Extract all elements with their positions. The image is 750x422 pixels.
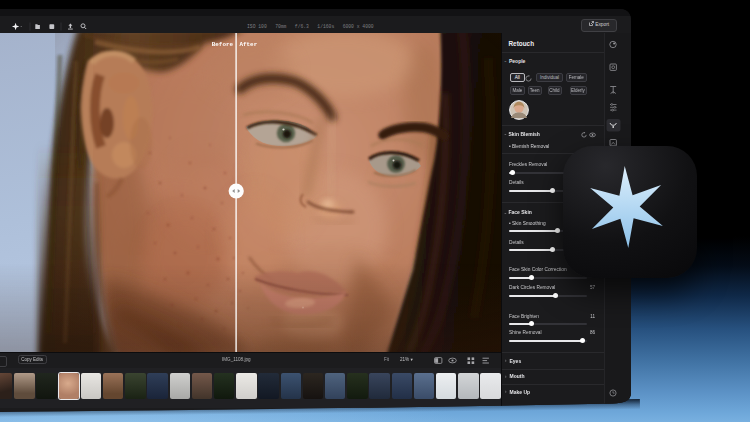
svg-text:Before: Before	[212, 41, 234, 48]
svg-text:After: After	[240, 41, 258, 48]
